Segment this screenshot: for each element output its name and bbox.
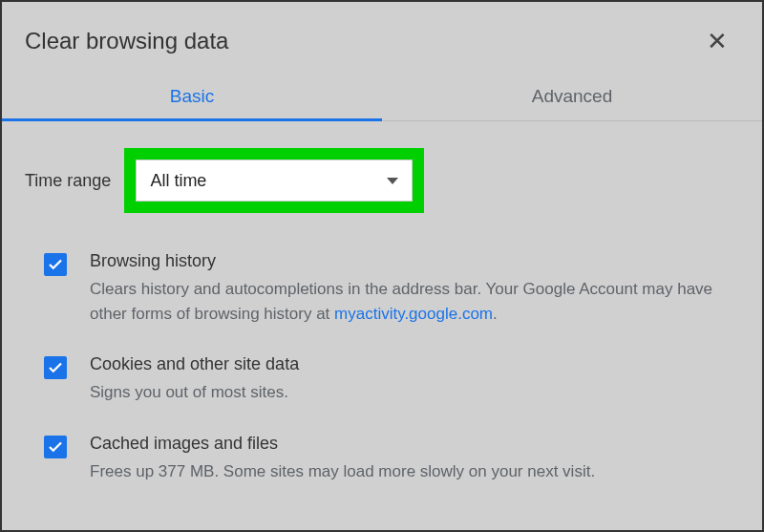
option-desc: Clears history and autocompletions in th…: [90, 277, 739, 326]
chevron-down-icon: [387, 178, 398, 184]
checkbox-cookies[interactable]: [44, 356, 67, 379]
time-range-selected-value: All time: [150, 171, 206, 191]
close-icon: ✕: [707, 27, 728, 55]
tab-basic-label: Basic: [170, 86, 214, 106]
option-browsing-history: Browsing history Clears history and auto…: [25, 251, 739, 326]
option-cookies: Cookies and other site data Signs you ou…: [25, 354, 739, 405]
option-desc: Frees up 377 MB. Some sites may load mor…: [90, 459, 739, 484]
tab-basic[interactable]: Basic: [2, 73, 382, 120]
option-title: Cookies and other site data: [90, 354, 739, 374]
dialog-title: Clear browsing data: [25, 28, 228, 54]
close-button[interactable]: ✕: [703, 25, 732, 57]
option-title: Browsing history: [90, 251, 739, 271]
tab-advanced-label: Advanced: [532, 86, 613, 106]
option-text: Browsing history Clears history and auto…: [90, 251, 739, 326]
option-cache: Cached images and files Frees up 377 MB.…: [25, 434, 739, 484]
tab-advanced[interactable]: Advanced: [382, 73, 762, 120]
time-range-label: Time range: [25, 171, 111, 191]
dialog-content: Time range All time Browsing history Cle…: [2, 121, 762, 532]
desc-text-after: .: [493, 305, 498, 323]
tabs: Basic Advanced: [2, 73, 762, 121]
myactivity-link[interactable]: myactivity.google.com: [334, 305, 493, 323]
option-desc: Signs you out of most sites.: [90, 380, 739, 405]
time-range-highlight: All time: [124, 148, 424, 213]
checkbox-cache[interactable]: [44, 436, 67, 458]
option-text: Cookies and other site data Signs you ou…: [90, 354, 739, 405]
checkmark-icon: [47, 359, 64, 376]
checkbox-browsing-history[interactable]: [44, 253, 67, 276]
option-title: Cached images and files: [90, 434, 739, 454]
clear-browsing-data-dialog: Clear browsing data ✕ Basic Advanced Tim…: [2, 2, 762, 530]
checkmark-icon: [47, 256, 64, 273]
time-range-row: Time range All time: [25, 148, 739, 213]
time-range-select[interactable]: All time: [136, 160, 413, 202]
option-text: Cached images and files Frees up 377 MB.…: [90, 434, 739, 484]
dialog-header: Clear browsing data ✕: [2, 2, 762, 73]
checkmark-icon: [47, 438, 64, 456]
